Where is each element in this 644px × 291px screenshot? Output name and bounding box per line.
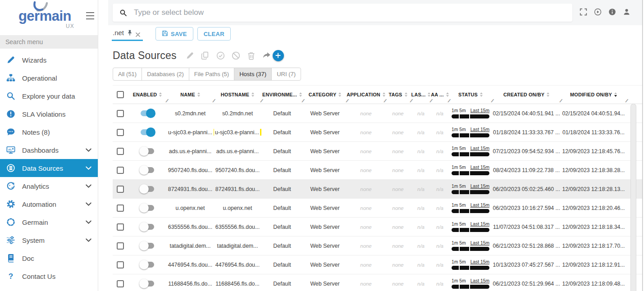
sort-icon[interactable] bbox=[338, 92, 341, 97]
sort-icon[interactable] bbox=[614, 92, 617, 97]
category-cell: Web Server bbox=[303, 180, 347, 198]
column-header-application[interactable]: APPLICATION∕∕ bbox=[347, 86, 385, 104]
copy-button[interactable] bbox=[201, 51, 210, 60]
column-header-tags[interactable]: TAGS∕∕ bbox=[385, 86, 411, 104]
fullscreen-button[interactable] bbox=[580, 8, 587, 16]
sort-icon[interactable] bbox=[446, 92, 449, 97]
enabled-toggle[interactable] bbox=[141, 281, 154, 286]
user-button[interactable] bbox=[623, 8, 630, 16]
table-row[interactable]: u.openx.netu.openx.netDefaultWeb Servern… bbox=[113, 199, 644, 218]
disable-button[interactable] bbox=[232, 51, 240, 60]
tab-all-51[interactable]: All (51) bbox=[113, 68, 142, 81]
column-header-hostname[interactable]: HOSTNAME∕∕ bbox=[214, 86, 261, 104]
column-header-modified[interactable]: MODIFIED ON/BY∕∕ bbox=[561, 86, 626, 104]
edit-button[interactable] bbox=[186, 51, 194, 60]
row-checkbox[interactable] bbox=[117, 167, 124, 174]
table-row[interactable]: 11688456.fls.do...11688456.fls.do...Defa… bbox=[113, 274, 644, 291]
table-row[interactable]: 9507240.fls.dou...9507240.fls.dou...Defa… bbox=[113, 161, 644, 180]
table-row[interactable]: 8724931.fls.dou...8724931.fls.dou...Defa… bbox=[113, 180, 644, 199]
pin-icon[interactable] bbox=[127, 30, 132, 36]
sidebar-item-notes[interactable]: Notes (8) bbox=[0, 123, 98, 141]
sort-icon[interactable] bbox=[159, 92, 162, 97]
info-button[interactable] bbox=[608, 8, 616, 16]
menu-toggle-icon[interactable] bbox=[85, 11, 96, 20]
table-row[interactable]: 6355556.fls.dou...6355556.fls.dou...Defa… bbox=[113, 218, 644, 236]
row-checkbox[interactable] bbox=[117, 223, 124, 231]
tab-hosts-37[interactable]: Hosts (37) bbox=[234, 68, 272, 81]
sidebar-item-dashboards[interactable]: Dashboards bbox=[0, 141, 98, 159]
row-checkbox[interactable] bbox=[117, 186, 124, 193]
las-cell: n/a bbox=[411, 218, 431, 236]
share-button[interactable] bbox=[262, 51, 271, 60]
filter-chip-net[interactable]: .net bbox=[112, 27, 143, 41]
column-header-name[interactable]: NAME∕∕ bbox=[167, 86, 214, 104]
enabled-toggle[interactable] bbox=[141, 224, 154, 230]
column-header-aa[interactable]: AA ...∕∕ bbox=[431, 86, 449, 104]
enabled-toggle[interactable] bbox=[141, 148, 154, 154]
enabled-toggle[interactable] bbox=[141, 186, 154, 192]
column-header-las[interactable]: LAS...∕∕ bbox=[411, 86, 431, 104]
las-cell: n/a bbox=[411, 161, 431, 179]
sort-icon[interactable] bbox=[251, 92, 254, 97]
sidebar-item-doc[interactable]: Doc bbox=[0, 249, 98, 267]
clear-button[interactable]: CLEAR bbox=[197, 27, 231, 41]
column-header-created[interactable]: CREATED ON/BY∕∕ bbox=[492, 86, 561, 104]
select-all-checkbox[interactable] bbox=[117, 91, 124, 98]
sidebar-item-wizards[interactable]: Wizards bbox=[0, 51, 98, 69]
sort-icon[interactable] bbox=[197, 92, 200, 97]
row-checkbox[interactable] bbox=[117, 148, 124, 155]
delete-button[interactable] bbox=[247, 51, 256, 60]
approve-button[interactable] bbox=[216, 51, 225, 60]
tab-file-paths-5[interactable]: File Paths (5) bbox=[189, 68, 234, 81]
add-data-source-button[interactable] bbox=[273, 50, 284, 61]
table-scrollbar[interactable] bbox=[630, 104, 636, 291]
sidebar-item-operational[interactable]: Operational bbox=[0, 69, 98, 87]
table-row[interactable]: 4476954.fls.dou...4476954.fls.dou...Defa… bbox=[113, 255, 644, 274]
sidebar-search-input[interactable] bbox=[0, 35, 98, 49]
sidebar-item-analytics[interactable]: Analytics bbox=[0, 177, 98, 195]
enabled-toggle[interactable] bbox=[141, 129, 154, 135]
enabled-toggle[interactable] bbox=[141, 205, 154, 211]
enabled-toggle[interactable] bbox=[141, 167, 154, 173]
row-checkbox[interactable] bbox=[117, 110, 124, 117]
sidebar-item-automation[interactable]: Automation bbox=[0, 195, 98, 213]
sidebar-item-sla-violations[interactable]: SLA Violations bbox=[0, 105, 98, 123]
global-search[interactable] bbox=[113, 4, 572, 22]
row-checkbox[interactable] bbox=[117, 280, 124, 287]
sidebar-item-data-sources[interactable]: Data Sources bbox=[0, 159, 98, 177]
play-button[interactable] bbox=[594, 8, 602, 16]
table-row[interactable]: s0.2mdn.nets0.2mdn.netDefaultWeb Servern… bbox=[113, 104, 644, 123]
sidebar-item-germain[interactable]: Germain bbox=[0, 213, 98, 231]
sort-icon[interactable] bbox=[405, 92, 407, 97]
tab-uri-7[interactable]: URI (7) bbox=[271, 68, 301, 81]
column-header-enabled[interactable]: ENABLED∕∕ bbox=[128, 86, 167, 104]
column-label: ENVIRONME... bbox=[262, 92, 297, 97]
column-header-environment[interactable]: ENVIRONME...∕∕ bbox=[261, 86, 303, 104]
enabled-toggle[interactable] bbox=[141, 262, 154, 268]
table-row[interactable]: u-sjc03.e-planni...u-sjc03.e-planni...De… bbox=[113, 123, 644, 142]
row-checkbox[interactable] bbox=[117, 205, 124, 212]
sidebar-item-system[interactable]: System bbox=[0, 231, 98, 249]
sidebar-item-explore-your-data[interactable]: Explore your data bbox=[0, 87, 98, 105]
status-bar bbox=[452, 114, 489, 118]
close-icon[interactable] bbox=[136, 31, 140, 35]
sort-icon[interactable] bbox=[428, 92, 430, 97]
row-checkbox[interactable] bbox=[117, 129, 124, 136]
sort-icon[interactable] bbox=[480, 92, 483, 97]
sidebar-item-contact-us[interactable]: ?Contact Us bbox=[0, 267, 98, 285]
save-button[interactable]: SAVE bbox=[155, 27, 193, 41]
sort-icon[interactable] bbox=[299, 92, 302, 97]
modified-cell: 12/09/2023 12:18:20.46... bbox=[561, 199, 626, 217]
row-checkbox[interactable] bbox=[117, 242, 124, 250]
enabled-toggle[interactable] bbox=[141, 243, 154, 249]
enabled-toggle[interactable] bbox=[141, 110, 154, 116]
table-row[interactable]: ads.us.e-planni...ads.us.e-planni...Defa… bbox=[113, 142, 644, 161]
sort-icon[interactable] bbox=[547, 92, 549, 97]
column-header-status[interactable]: STATUS∕∕ bbox=[449, 86, 492, 104]
row-checkbox[interactable] bbox=[117, 261, 124, 268]
column-header-category[interactable]: CATEGORY∕∕ bbox=[303, 86, 347, 104]
global-search-input[interactable] bbox=[133, 8, 566, 18]
brand-logo[interactable]: germain UX bbox=[0, 0, 98, 32]
tab-databases-2[interactable]: Databases (2) bbox=[142, 68, 189, 81]
table-row[interactable]: tatadigital.dem...tatadigital.dem...Defa… bbox=[113, 236, 644, 255]
